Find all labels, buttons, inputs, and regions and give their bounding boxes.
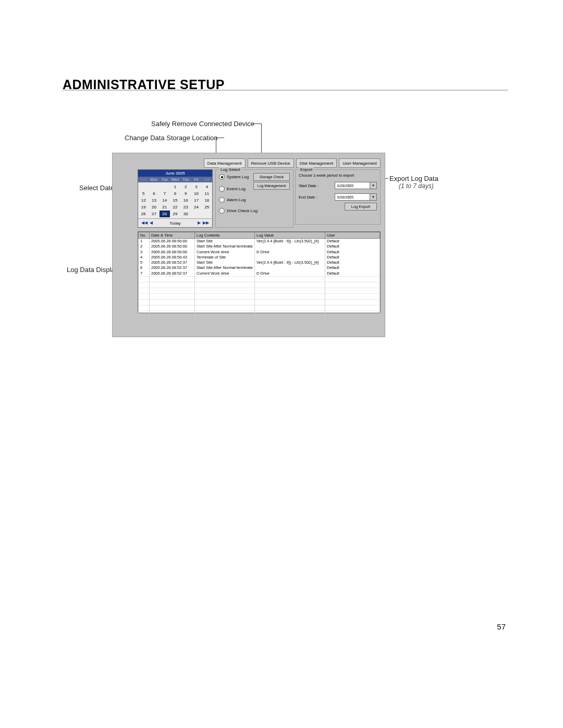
- calendar-day-cell[interactable]: 6: [149, 190, 159, 197]
- calendar-day-cell[interactable]: 7: [160, 190, 170, 197]
- calendar-day-cell[interactable]: 1: [170, 183, 180, 190]
- table-row[interactable]: 62005.06.28 08:52:37Start Site After Nor…: [139, 265, 380, 270]
- radio-drive-check-log[interactable]: [219, 208, 225, 214]
- table-row[interactable]: 22005.06.28 08:50:00Start Site After Nor…: [139, 244, 380, 249]
- calendar-day-cell[interactable]: 12: [138, 197, 149, 204]
- calendar-day-cell: [191, 211, 201, 217]
- calendar-day-cell[interactable]: 24: [191, 204, 201, 211]
- tab-remove-usb-label: Remove USB Device: [251, 161, 290, 166]
- tab-user-management[interactable]: User Management: [339, 158, 381, 168]
- calendar-day-cell[interactable]: 16: [180, 197, 191, 204]
- calendar-today-button[interactable]: Today: [154, 221, 197, 226]
- annotation-log-display: Log Data Display: [67, 266, 118, 274]
- col-no[interactable]: No: [139, 232, 150, 239]
- calendar-day-cell[interactable]: 21: [160, 204, 170, 211]
- calendar-day-cell[interactable]: 8: [170, 190, 180, 197]
- end-date-field[interactable]: 6/28/2005: [335, 193, 370, 201]
- calendar-day-cell[interactable]: 5: [138, 190, 149, 197]
- log-select-title: Log Select: [219, 167, 242, 172]
- radio-event-log[interactable]: [219, 186, 225, 192]
- table-row[interactable]: 12005.06.28 08:50:00Start SiteVer(2.4.4 …: [139, 239, 380, 244]
- calendar-day-headers: Sun Mon Tue Wed Thu Fri Sat: [138, 177, 212, 182]
- table-row: [139, 311, 380, 317]
- table-row: [139, 294, 380, 300]
- table-row: [139, 300, 380, 305]
- start-date-dropdown-icon[interactable]: ▼: [370, 182, 377, 189]
- calendar-day-cell[interactable]: 18: [202, 197, 212, 204]
- calendar-prev-icon[interactable]: ◀: [149, 221, 154, 225]
- col-value[interactable]: Log Value: [255, 232, 325, 239]
- col-user[interactable]: User: [325, 232, 380, 239]
- calendar-month: June 2005: [138, 170, 212, 177]
- calendar-day-cell[interactable]: 14: [160, 197, 170, 204]
- export-group: Export Choose 1-week period to export St…: [295, 169, 381, 225]
- log-management-button[interactable]: Log Management: [253, 182, 290, 190]
- log-select-group: Log Select System Log Event Log Alarm Lo…: [215, 169, 293, 228]
- calendar-next-fast-icon[interactable]: ▶▶: [202, 221, 210, 225]
- table-row[interactable]: 42005.06.28 08:50:43Terminate of SiteDef…: [139, 255, 380, 260]
- log-table: No Date & Time Log Contents Log Value Us…: [138, 231, 381, 313]
- export-instruction: Choose 1-week period to export: [299, 173, 377, 178]
- calendar-day-cell[interactable]: 15: [170, 197, 180, 204]
- table-row[interactable]: 32005.06.28 08:50:00Current Work driveD …: [139, 250, 380, 255]
- calendar-day-cell[interactable]: 20: [149, 204, 159, 211]
- radio-alarm-log-label: Alarm Log: [227, 198, 246, 202]
- annotation-select-date: Select Date: [79, 184, 114, 192]
- calendar-day-cell[interactable]: 13: [149, 197, 159, 204]
- col-contents[interactable]: Log Contents: [195, 232, 255, 239]
- calendar-day-cell[interactable]: 28: [160, 211, 170, 217]
- table-row: [139, 305, 380, 311]
- calendar-day-cell[interactable]: 17: [191, 197, 201, 204]
- dialog-panel: Data Management Remove USB Device Disk M…: [112, 153, 385, 337]
- end-date-label: End Date :: [299, 195, 335, 200]
- calendar-day-cell[interactable]: 10: [191, 190, 201, 197]
- tab-user-management-label: User Management: [342, 161, 377, 166]
- calendar[interactable]: June 2005 Sun Mon Tue Wed Thu Fri Sat 12…: [138, 169, 213, 228]
- calendar-grid[interactable]: 1234567891011121314151617181920212223242…: [138, 182, 212, 218]
- calendar-day-cell[interactable]: 22: [170, 204, 180, 211]
- calendar-day-cell[interactable]: 25: [202, 204, 212, 211]
- calendar-day-cell[interactable]: 29: [170, 211, 180, 217]
- calendar-day-cell[interactable]: 27: [149, 211, 159, 217]
- calendar-next-icon[interactable]: ▶: [197, 221, 202, 225]
- calendar-day-cell[interactable]: 2: [180, 183, 191, 190]
- radio-system-log[interactable]: [219, 174, 225, 180]
- calendar-day-cell[interactable]: 23: [180, 204, 191, 211]
- page-number: 57: [497, 622, 506, 631]
- radio-event-log-label: Event Log: [227, 187, 246, 191]
- tab-remove-usb[interactable]: Remove USB Device: [248, 158, 294, 168]
- tab-data-management[interactable]: Data Management: [204, 158, 246, 168]
- calendar-day-cell[interactable]: 4: [202, 183, 212, 190]
- calendar-day-cell: [202, 211, 212, 217]
- title-rule: [62, 90, 508, 91]
- end-date-dropdown-icon[interactable]: ▼: [370, 193, 377, 201]
- table-row: [139, 282, 380, 288]
- col-datetime[interactable]: Date & Time: [150, 232, 195, 239]
- annotation-export-log: Export Log Data: [389, 175, 438, 182]
- table-row[interactable]: 52005.06.28 08:52:37Start SiteVer(2.4.4 …: [139, 260, 380, 265]
- calendar-prev-fast-icon[interactable]: ◀◀: [140, 221, 149, 225]
- radio-alarm-log[interactable]: [219, 197, 225, 203]
- calendar-day-cell[interactable]: 30: [180, 211, 191, 217]
- annotation-export-range: (1 to 7 days): [399, 182, 434, 190]
- export-title: Export: [299, 167, 314, 172]
- calendar-day-cell[interactable]: 11: [202, 190, 212, 197]
- start-date-field[interactable]: 6/28/2005: [335, 182, 370, 189]
- storage-check-button[interactable]: Storage Check: [253, 173, 290, 181]
- radio-system-log-label: System Log: [227, 175, 249, 179]
- annotation-change-storage: Change Data Storage Location: [125, 134, 218, 142]
- table-row: [139, 277, 380, 282]
- calendar-day-cell: [138, 183, 149, 190]
- log-export-button[interactable]: Log Export: [345, 203, 377, 211]
- annotation-safely-remove: Safely Remove Connected Device: [151, 120, 254, 128]
- calendar-day-cell[interactable]: 9: [180, 190, 191, 197]
- calendar-day-cell[interactable]: 19: [138, 204, 149, 211]
- table-row: [139, 288, 380, 294]
- start-date-label: Start Date :: [299, 183, 335, 188]
- table-row[interactable]: 72005.06.28 08:52:37Current Work driveD …: [139, 271, 380, 277]
- calendar-footer: ◀◀ ◀ Today ▶ ▶▶: [138, 218, 212, 227]
- tab-disk-management-label: Disk Management: [300, 161, 333, 166]
- tab-disk-management[interactable]: Disk Management: [296, 158, 337, 168]
- calendar-day-cell[interactable]: 26: [138, 211, 149, 217]
- calendar-day-cell[interactable]: 3: [191, 183, 201, 190]
